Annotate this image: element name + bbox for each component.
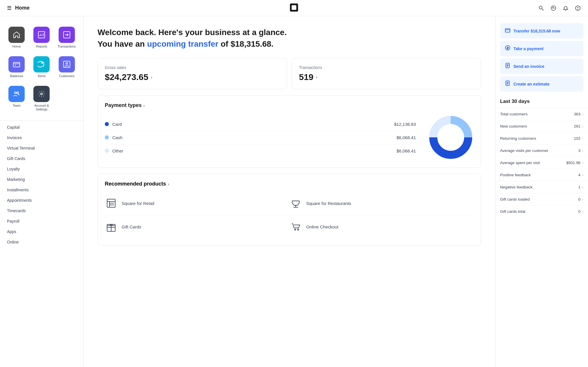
menu-icon[interactable]: ☰ — [7, 5, 12, 11]
sidebar-item-home[interactable]: Home — [5, 23, 28, 52]
svg-point-13 — [15, 92, 16, 94]
square-logo-icon — [289, 3, 299, 12]
sidebar-item-reports[interactable]: Reports — [30, 23, 53, 52]
upcoming-transfer-link[interactable]: upcoming transfer — [147, 39, 219, 48]
gross-sales-card[interactable]: Gross sales $24,273.65 › — [98, 58, 287, 89]
stat-positive-feedback-value-group: 4 › — [578, 173, 583, 177]
donut-svg — [428, 114, 474, 161]
stat-returning-customers-arrow: › — [582, 137, 583, 141]
sidebar-item-online[interactable]: Online — [0, 237, 83, 247]
stat-gift-cards-loaded-num: 0 — [578, 197, 580, 201]
layout: Home Reports Transacti — [0, 16, 588, 367]
transactions-card[interactable]: Transactions 519 › — [292, 58, 481, 89]
header-title: Home — [15, 5, 30, 11]
team-icon — [12, 90, 21, 98]
rec-item-gift-cards[interactable]: Gift Cards — [105, 215, 289, 238]
account-settings-icon-box — [33, 86, 50, 102]
gross-sales-amount: $24,273.65 — [105, 72, 148, 82]
payment-card-amount: $12,136.83 — [394, 122, 416, 127]
stat-avg-spent-value-group: $501.96 › — [566, 161, 583, 165]
action-buttons: Transfer $18,315.68 now Take a payment — [495, 23, 588, 99]
stat-negative-feedback[interactable]: Negative feedback 1 › — [495, 181, 588, 193]
rec-online-checkout-label: Online Checkout — [306, 224, 338, 229]
stat-new-customers-arrow: › — [582, 124, 583, 128]
sidebar-item-gift-cards[interactable]: Gift Cards — [0, 153, 83, 164]
help-icon[interactable] — [575, 5, 581, 11]
sidebar-item-loyalty[interactable]: Loyalty — [0, 164, 83, 174]
stat-avg-visits-value-group: 3 › — [578, 148, 583, 153]
team-label: Team — [13, 104, 21, 107]
stat-gift-cards-loaded-label: Gift cards loaded — [500, 197, 530, 201]
sidebar-item-balances[interactable]: Balances — [5, 53, 28, 81]
sidebar-item-marketing[interactable]: Marketing — [0, 174, 83, 185]
stat-avg-spent-num: $501.96 — [566, 161, 580, 165]
header-left: ☰ Home — [7, 5, 30, 11]
svg-rect-1 — [292, 5, 296, 10]
stat-gift-cards-total-label: Gift cards total — [500, 209, 525, 214]
sidebar-item-payroll[interactable]: Payroll — [0, 216, 83, 226]
stat-new-customers-value-group: 261 › — [574, 124, 583, 128]
sidebar: Home Reports Transacti — [0, 16, 84, 367]
svg-point-14 — [17, 92, 19, 94]
rec-item-retail[interactable]: Square for Retail — [105, 192, 289, 215]
sidebar-item-items[interactable]: Items — [30, 53, 53, 81]
stat-returning-customers[interactable]: Returning customers 102 › — [495, 132, 588, 144]
online-checkout-icon — [289, 220, 302, 233]
sidebar-menu: Capital Invoices Virtual Terminal Gift C… — [0, 122, 83, 247]
balances-icon-box — [8, 56, 25, 72]
stat-gift-cards-loaded[interactable]: Gift cards loaded 0 › — [495, 193, 588, 205]
transactions-count: 519 — [299, 72, 313, 82]
sidebar-item-transactions[interactable]: Transactions — [55, 23, 79, 52]
recommended-title[interactable]: Recommended products › — [105, 181, 474, 187]
rec-restaurants-label: Square for Restaurants — [306, 201, 351, 206]
gear-icon — [37, 90, 46, 98]
svg-point-23 — [297, 229, 299, 230]
create-estimate-button[interactable]: Create an estimate — [500, 76, 583, 92]
recommended-label: Recommended products — [105, 181, 166, 187]
sidebar-item-timecards[interactable]: Timecards — [0, 206, 83, 216]
rec-item-restaurants[interactable]: Square for Restaurants — [289, 192, 474, 215]
stat-total-customers-num: 363 — [574, 112, 580, 116]
rec-item-online-checkout[interactable]: Online Checkout — [289, 215, 474, 238]
payment-types-card: Payment types › Card $12,136.83 — [98, 95, 481, 168]
stat-new-customers[interactable]: New customers 261 › — [495, 120, 588, 132]
sidebar-item-customers[interactable]: Customers — [55, 53, 79, 81]
stat-total-customers[interactable]: Total customers 363 › — [495, 108, 588, 120]
svg-point-15 — [41, 93, 42, 95]
header-logo — [289, 3, 299, 13]
reports-icon — [37, 31, 46, 39]
sidebar-item-invoices[interactable]: Invoices — [0, 132, 83, 143]
bell-icon[interactable] — [562, 5, 569, 11]
sidebar-item-account-settings[interactable]: Account & Settings — [30, 82, 53, 115]
svg-rect-24 — [505, 29, 510, 32]
stat-gift-cards-total[interactable]: Gift cards total 0 › — [495, 205, 588, 217]
payment-types-title[interactable]: Payment types › — [105, 102, 474, 108]
svg-point-10 — [42, 62, 43, 63]
sidebar-item-capital[interactable]: Capital — [0, 122, 83, 132]
sidebar-item-appointments[interactable]: Appointments — [0, 195, 83, 206]
stat-avg-spent[interactable]: Average spent per visit $501.96 › — [495, 157, 588, 169]
restaurants-svg — [291, 198, 301, 208]
take-payment-button[interactable]: Take a payment — [500, 41, 583, 56]
payment-row-other: Other $6,068.41 — [105, 144, 416, 157]
send-invoice-button[interactable]: Send an invoice — [500, 59, 583, 74]
sidebar-item-team[interactable]: Team — [5, 82, 28, 115]
stat-positive-feedback-arrow: › — [582, 173, 583, 177]
payment-left-other: Other — [105, 148, 123, 153]
customers-label: Customers — [59, 74, 74, 78]
svg-line-3 — [542, 9, 544, 10]
chat-icon[interactable] — [550, 5, 557, 11]
transfer-button[interactable]: Transfer $18,315.68 now — [500, 23, 583, 39]
sidebar-item-virtual-terminal[interactable]: Virtual Terminal — [0, 143, 83, 153]
sidebar-item-apps[interactable]: Apps — [0, 226, 83, 237]
svg-rect-9 — [13, 62, 20, 67]
transactions-icon-box — [59, 27, 75, 43]
invoice-icon — [505, 63, 511, 70]
stat-avg-visits[interactable]: Average visits per customer 3 › — [495, 144, 588, 157]
header-icons — [538, 5, 581, 11]
stat-positive-feedback[interactable]: Positive feedback 4 › — [495, 169, 588, 181]
payment-cash-label: Cash — [112, 135, 122, 140]
sidebar-item-installments[interactable]: Installments — [0, 185, 83, 195]
search-icon[interactable] — [538, 5, 544, 11]
stat-avg-visits-label: Average visits per customer — [500, 148, 548, 153]
